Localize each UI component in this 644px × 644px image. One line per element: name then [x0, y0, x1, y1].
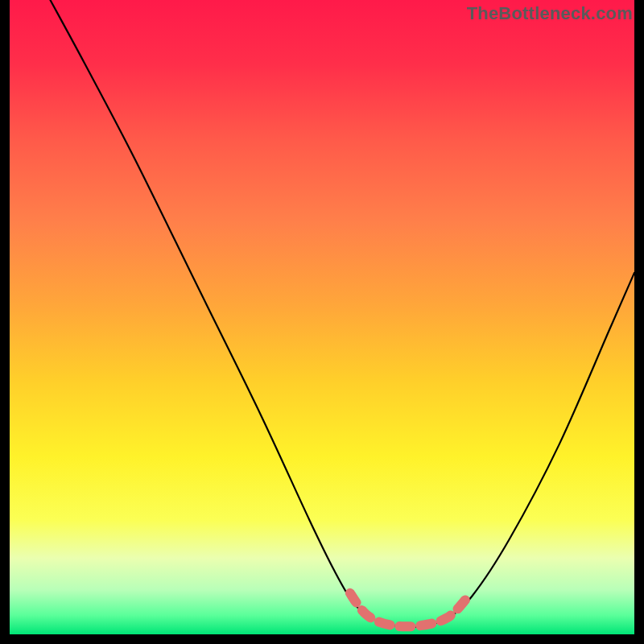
- chart-svg: [10, 0, 634, 634]
- watermark-text: TheBottleneck.com: [467, 3, 633, 24]
- chart-plot-area: [10, 0, 634, 634]
- gradient-background: [10, 0, 634, 634]
